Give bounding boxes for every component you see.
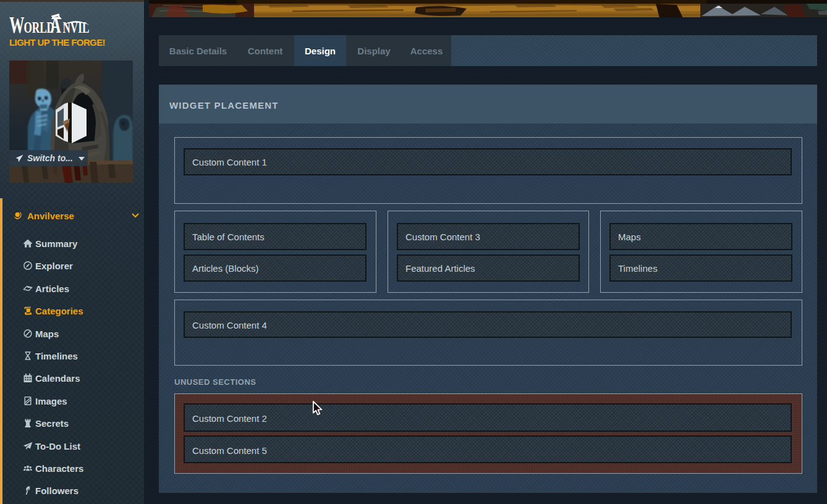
- svg-text:W: W: [9, 12, 24, 35]
- svg-text:NVIL: NVIL: [62, 19, 89, 35]
